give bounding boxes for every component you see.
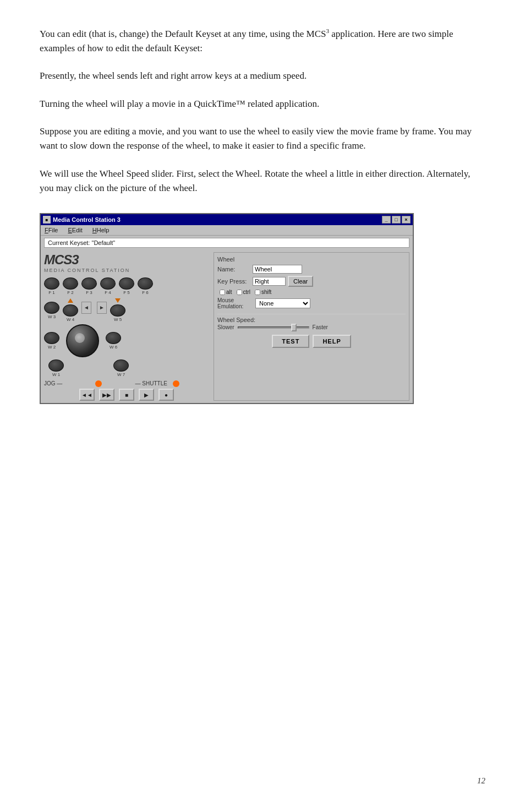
speed-slider-track[interactable] [238, 326, 309, 329]
paragraph-2: Presently, the wheel sends left and righ… [40, 69, 485, 83]
window-icon: ■ [43, 216, 51, 224]
faster-label: Faster [313, 324, 328, 330]
main-area: MCS3 Media Control Station F 1 F 2 F 3 [41, 250, 413, 403]
f6-button[interactable] [138, 277, 153, 290]
w5-button[interactable] [110, 304, 125, 317]
ctrl-checkbox-group[interactable]: ctrl [237, 289, 250, 295]
ctrl-checkbox[interactable] [237, 290, 242, 295]
paragraph-3: Turning the wheel will play a movie in a… [40, 97, 485, 111]
title-bar-left: ■ Media Control Station 3 [43, 216, 121, 224]
play-button[interactable]: ▶ [139, 389, 154, 401]
w2-group: W 2 [44, 332, 59, 350]
file-menu[interactable]: FFile [43, 226, 59, 234]
key-press-input[interactable] [253, 277, 286, 286]
slower-label: Slower [217, 324, 234, 330]
w2-button[interactable] [44, 332, 59, 344]
shuttle-dot-right [173, 380, 179, 387]
w6-label: W 6 [110, 345, 117, 350]
w5-triangle-down [115, 298, 121, 303]
mcs3-logo: MCS3 [44, 252, 209, 268]
close-button[interactable]: × [402, 216, 411, 224]
w7-label: W 7 [117, 372, 125, 377]
f4-label: F 4 [105, 290, 111, 295]
dial-highlight [75, 333, 85, 343]
shift-label: shift [261, 289, 271, 295]
help-menu[interactable]: HHelp [91, 226, 111, 234]
speed-slider-row: Slower Faster [217, 324, 406, 330]
rewind-button[interactable]: ◄◄ [79, 389, 95, 401]
restore-button[interactable]: □ [392, 216, 401, 224]
help-button[interactable]: HELP [313, 335, 351, 348]
f2-group: F 2 [63, 277, 78, 295]
title-bar-controls: _ □ × [382, 216, 411, 224]
divider [217, 314, 406, 314]
shift-checkbox[interactable] [255, 290, 260, 295]
f3-label: F 3 [86, 290, 92, 295]
edit-menu[interactable]: EEdit [66, 226, 84, 234]
arrow-left-button[interactable]: ◄ [81, 302, 91, 314]
jog-shuttle-label: JOG — [44, 380, 62, 386]
f1-button[interactable] [44, 277, 59, 290]
right-panel: Wheel Name: Key Press: Clear alt [214, 252, 409, 401]
w7-group: W 7 [113, 359, 129, 377]
key-press-label: Key Press: [217, 278, 250, 285]
w4-button[interactable] [63, 304, 78, 317]
paragraph-5: We will use the Wheel Speed slider. Firs… [40, 167, 485, 196]
large-dial[interactable] [66, 324, 99, 357]
stop-button[interactable]: ■ [119, 389, 134, 401]
w6-group: W 6 [106, 332, 121, 350]
w4-triangle-up [68, 298, 73, 303]
wheel-speed-section: Wheel Speed: Slower Faster [217, 317, 406, 330]
f5-button[interactable] [119, 277, 134, 290]
w1-label: W 1 [52, 372, 60, 377]
name-input[interactable] [253, 265, 302, 274]
shift-checkbox-group[interactable]: shift [255, 289, 271, 295]
w1-button[interactable] [48, 359, 64, 372]
f3-group: F 3 [81, 277, 97, 295]
menu-bar: FFile EEdit HHelp [41, 225, 413, 236]
f1-group: F 1 [44, 277, 59, 295]
key-press-row: Key Press: Clear [217, 276, 406, 287]
mouse-emulation-row: MouseEmulation: None [217, 297, 406, 309]
f6-label: F 6 [142, 290, 149, 295]
f1-label: F 1 [48, 290, 55, 295]
clear-button[interactable]: Clear [288, 276, 313, 287]
alt-checkbox-group[interactable]: alt [220, 289, 232, 295]
page-number: 12 [477, 776, 485, 786]
w5-label: W 5 [114, 317, 122, 322]
w4-group: W 4 [63, 298, 78, 322]
transport-row: ◄◄ ▶▶ ■ ▶ ● [44, 389, 209, 401]
speed-slider-thumb[interactable] [291, 324, 297, 331]
panel-section-title: Wheel [217, 256, 406, 263]
f4-button[interactable] [100, 277, 116, 290]
f2-label: F 2 [67, 290, 74, 295]
mouse-emulation-select[interactable]: None [255, 298, 310, 308]
w3-button[interactable] [44, 302, 59, 314]
jog-shuttle-label-right: — SHUTTLE [135, 380, 167, 386]
application-window: ■ Media Control Station 3 _ □ × FFile EE… [40, 213, 414, 404]
arrow-right-button[interactable]: ► [97, 302, 107, 314]
f4-group: F 4 [100, 277, 116, 295]
minimize-button[interactable]: _ [382, 216, 391, 224]
fast-forward-button[interactable]: ▶▶ [99, 389, 114, 401]
f3-button[interactable] [81, 277, 97, 290]
w5-group: W 5 [110, 298, 125, 322]
w4-label: W 4 [67, 317, 74, 322]
w6-button[interactable] [106, 332, 121, 344]
shuttle-indicator [95, 380, 102, 387]
w7-button[interactable] [113, 359, 129, 372]
w3-group: W 3 [44, 302, 59, 319]
w2-label: W 2 [48, 345, 56, 350]
title-bar: ■ Media Control Station 3 _ □ × [41, 214, 413, 225]
window-title: Media Control Station 3 [53, 216, 121, 223]
f2-button[interactable] [63, 277, 78, 290]
current-keyset-bar: Current Keyset: "Default" [44, 238, 409, 248]
name-row: Name: [217, 265, 406, 274]
alt-checkbox[interactable] [220, 290, 225, 295]
wheel-speed-label-row: Wheel Speed: [217, 317, 406, 323]
function-keys-row: F 1 F 2 F 3 F 4 [44, 277, 209, 295]
wheel-speed-label: Wheel Speed: [217, 317, 255, 323]
record-button[interactable]: ● [158, 389, 174, 401]
current-keyset-text: Current Keyset: "Default" [48, 239, 115, 246]
test-button[interactable]: TEST [272, 335, 309, 348]
